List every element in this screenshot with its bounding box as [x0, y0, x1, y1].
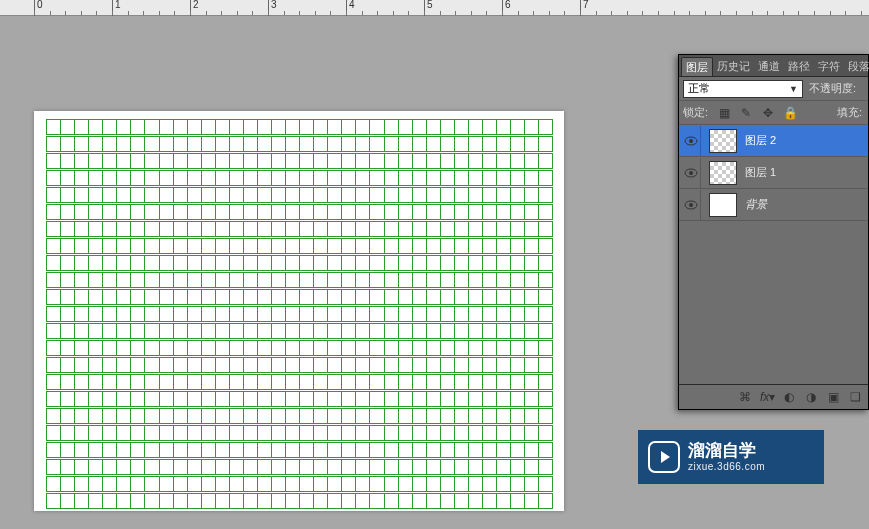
ruler-tick: 6	[502, 0, 511, 16]
layer-row[interactable]: 背景	[679, 189, 868, 221]
svg-point-3	[689, 171, 693, 175]
watermark-sub: zixue.3d66.com	[688, 461, 765, 473]
ruler-tick: 0	[34, 0, 43, 16]
lock-pixels-icon[interactable]: ▦	[716, 105, 732, 121]
layers-panel: 图层 历史记 通道 路径 字符 段落 正常 ▼ 不透明度: 锁定: ▦ ✎ ✥ …	[678, 54, 869, 410]
ruler-tick: 7	[580, 0, 589, 16]
play-icon	[661, 451, 670, 463]
ruler-tick: 4	[346, 0, 355, 16]
blend-mode-value: 正常	[688, 81, 710, 96]
layer-name[interactable]: 背景	[745, 197, 767, 212]
tab-paths[interactable]: 路径	[784, 57, 814, 75]
tab-character[interactable]: 字符	[814, 57, 844, 75]
lock-row: 锁定: ▦ ✎ ✥ 🔒 填充:	[679, 101, 868, 125]
ruler-tick: 3	[268, 0, 277, 16]
lock-label: 锁定:	[683, 105, 708, 120]
link-icon[interactable]: ⌘	[738, 390, 752, 404]
layer-row[interactable]: 图层 2	[679, 125, 868, 157]
chevron-down-icon: ▼	[789, 84, 798, 94]
ruler-tick: 5	[424, 0, 433, 16]
watermark-title: 溜溜自学	[688, 441, 765, 461]
eye-icon	[684, 136, 698, 146]
group-icon[interactable]: ▣	[826, 390, 840, 404]
watermark-logo	[648, 441, 680, 473]
lock-move-icon[interactable]: ✥	[760, 105, 776, 121]
tab-history[interactable]: 历史记	[713, 57, 754, 75]
visibility-toggle[interactable]	[681, 126, 701, 156]
ruler-tick: 2	[190, 0, 199, 16]
mask-icon[interactable]: ◐	[782, 390, 796, 404]
layer-thumbnail[interactable]	[709, 129, 737, 153]
panel-footer: ⌘ fx▾ ◐ ◑ ▣ ❏	[679, 385, 868, 409]
fx-icon[interactable]: fx▾	[760, 390, 774, 404]
svg-point-1	[689, 139, 693, 143]
lock-icons-group: ▦ ✎ ✥ 🔒	[716, 105, 798, 121]
svg-point-5	[689, 203, 693, 207]
layer-thumbnail[interactable]	[709, 193, 737, 217]
panel-tabs: 图层 历史记 通道 路径 字符 段落	[679, 55, 868, 77]
opacity-label: 不透明度:	[809, 81, 856, 96]
tab-layers[interactable]: 图层	[681, 57, 713, 76]
canvas[interactable]	[34, 111, 564, 511]
visibility-toggle[interactable]	[681, 158, 701, 188]
layer-name[interactable]: 图层 1	[745, 165, 776, 180]
visibility-toggle[interactable]	[681, 190, 701, 220]
green-grid	[46, 119, 552, 503]
tab-channels[interactable]: 通道	[754, 57, 784, 75]
ruler-horizontal: 0 1 2 3 4 5 6 7	[0, 0, 869, 16]
fill-label: 填充:	[837, 105, 862, 120]
layer-name[interactable]: 图层 2	[745, 133, 776, 148]
layer-thumbnail[interactable]	[709, 161, 737, 185]
eye-icon	[684, 200, 698, 210]
adjustment-icon[interactable]: ◑	[804, 390, 818, 404]
ruler-tick: 1	[112, 0, 121, 16]
new-layer-icon[interactable]: ❏	[848, 390, 862, 404]
layer-row[interactable]: 图层 1	[679, 157, 868, 189]
watermark: 溜溜自学 zixue.3d66.com	[638, 430, 824, 484]
blend-mode-select[interactable]: 正常 ▼	[683, 80, 803, 98]
eye-icon	[684, 168, 698, 178]
blend-row: 正常 ▼ 不透明度:	[679, 77, 868, 101]
tab-paragraph[interactable]: 段落	[844, 57, 869, 75]
layers-list: 图层 2 图层 1 背景	[679, 125, 868, 385]
lock-brush-icon[interactable]: ✎	[738, 105, 754, 121]
watermark-text: 溜溜自学 zixue.3d66.com	[688, 441, 765, 473]
lock-all-icon[interactable]: 🔒	[782, 105, 798, 121]
